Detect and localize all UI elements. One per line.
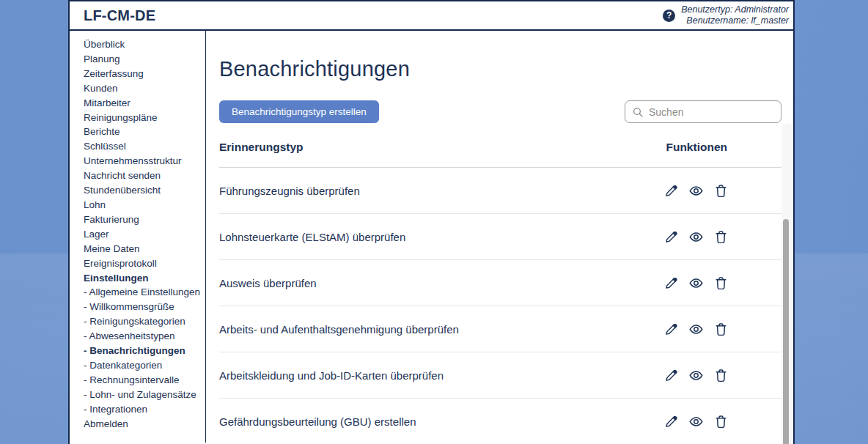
delete-button[interactable] (713, 183, 729, 199)
sidebar-item-überblick[interactable]: Überblick (84, 37, 205, 52)
sidebar-item-kunden[interactable]: Kunden (84, 81, 205, 96)
column-header-type: Erinnerungstyp (219, 141, 304, 154)
edit-button[interactable] (663, 322, 679, 337)
pencil-icon (663, 414, 679, 429)
user-type-label: Benutzertyp: Administrator (681, 4, 789, 16)
help-icon[interactable]: ? (663, 10, 675, 22)
sidebar-item-abwesenheitstypen[interactable]: - Abwesenheitstypen (84, 329, 205, 344)
sidebar-item-rechnungsintervalle[interactable]: - Rechnungsintervalle (84, 373, 205, 388)
trash-icon (713, 275, 729, 291)
sidebar-item-willkommensgrüße[interactable]: - Willkommensgrüße (84, 300, 205, 314)
trash-icon (713, 183, 729, 199)
view-button[interactable] (688, 229, 704, 245)
sidebar-item-ereignisprotokoll[interactable]: Ereignisprotokoll (84, 256, 205, 271)
sidebar-item-stundenübersicht[interactable]: Stundenübersicht (84, 183, 205, 198)
row-actions (663, 368, 781, 383)
eye-icon (688, 183, 704, 199)
delete-button[interactable] (713, 368, 729, 383)
table-header: Erinnerungstyp Funktionen (219, 123, 781, 168)
sidebar-item-datenkategorien[interactable]: - Datenkategorien (84, 358, 205, 373)
main-content: Benachrichtigungen Benachrichtigungstyp … (206, 31, 793, 443)
view-button[interactable] (688, 275, 704, 291)
table-row[interactable]: Führungszeugnis überprüfen (219, 168, 781, 214)
edit-button[interactable] (663, 414, 679, 429)
trash-icon (713, 368, 729, 383)
table-row[interactable]: Ausweis überprüfen (219, 260, 781, 306)
reminder-type-label: Arbeits- und Aufenthaltsgenehmigung über… (219, 323, 459, 336)
sidebar-item-planung[interactable]: Planung (84, 52, 205, 67)
sidebar-item-mitarbeiter[interactable]: Mitarbeiter (84, 96, 205, 111)
reminder-type-label: Führungszeugnis überprüfen (219, 185, 360, 197)
table-row[interactable]: Gefährdungsbeurteilung (GBU) erstellen (219, 399, 781, 444)
toolbar: Benachrichtigungstyp erstellen (219, 100, 781, 123)
delete-button[interactable] (713, 229, 729, 245)
sidebar-item-reinigungskategorien[interactable]: - Reinigungskategorien (84, 314, 205, 329)
delete-button[interactable] (713, 275, 729, 291)
delete-button[interactable] (713, 322, 729, 337)
row-actions (663, 322, 781, 337)
sidebar-item-allgemeine-einstellungen[interactable]: - Allgemeine Einstellungen (84, 285, 205, 300)
table-row[interactable]: Lohnsteuerkarte (ELStAM) überprüfen (219, 214, 781, 260)
trash-icon (713, 229, 729, 245)
trash-icon (713, 322, 729, 337)
sidebar-item-fakturierung[interactable]: Fakturierung (84, 212, 205, 227)
sidebar-item-lohn-und-zulagensätze[interactable]: - Lohn- und Zulagensätze (84, 388, 205, 402)
reminder-type-label: Ausweis überprüfen (219, 277, 317, 289)
sidebar-item-zeiterfassung[interactable]: Zeiterfassung (84, 67, 205, 81)
sidebar-item-lager[interactable]: Lager (84, 227, 205, 242)
row-actions (663, 414, 781, 429)
pencil-icon (663, 322, 679, 337)
eye-icon (688, 414, 704, 429)
sidebar: ÜberblickPlanungZeiterfassungKundenMitar… (70, 31, 206, 443)
view-button[interactable] (688, 414, 704, 429)
view-button[interactable] (688, 322, 704, 337)
edit-button[interactable] (663, 229, 679, 245)
edit-button[interactable] (663, 275, 679, 291)
table-body: Führungszeugnis überprüfen (219, 168, 781, 444)
pencil-icon (663, 275, 679, 291)
eye-icon (688, 322, 704, 337)
header-user-area: ? Benutzertyp: Administrator Benutzernam… (663, 4, 789, 27)
column-header-functions: Funktionen (666, 141, 781, 154)
reminder-type-label: Gefährdungsbeurteilung (GBU) erstellen (219, 415, 416, 428)
user-name-label: Benutzername: lf_master (681, 15, 789, 27)
create-notification-type-button[interactable]: Benachrichtigungstyp erstellen (219, 100, 379, 123)
view-button[interactable] (688, 368, 704, 383)
row-actions (663, 275, 781, 291)
sidebar-item-reinigungspläne[interactable]: Reinigungspläne (84, 111, 205, 125)
reminder-type-label: Arbeitskleidung und Job-ID-Karten überpr… (219, 369, 444, 382)
search-input[interactable] (649, 106, 774, 118)
sidebar-item-lohn[interactable]: Lohn (84, 198, 205, 212)
sidebar-item-schlüssel[interactable]: Schlüssel (84, 139, 205, 154)
sidebar-item-meine-daten[interactable]: Meine Daten (84, 242, 205, 256)
sidebar-item-unternehmensstruktur[interactable]: Unternehmensstruktur (84, 154, 205, 169)
eye-icon (688, 368, 704, 383)
scrollbar-track[interactable] (781, 123, 793, 444)
edit-button[interactable] (663, 183, 679, 199)
row-actions (663, 229, 781, 245)
user-info: Benutzertyp: Administrator Benutzername:… (681, 4, 789, 27)
trash-icon (713, 414, 729, 429)
row-actions (663, 183, 781, 199)
search-box[interactable] (625, 100, 781, 123)
page-title: Benachrichtigungen (219, 57, 781, 81)
sidebar-item-nachricht-senden[interactable]: Nachricht senden (84, 169, 205, 183)
view-button[interactable] (688, 183, 704, 199)
app-window: LF-CM-DE ? Benutzertyp: Administrator Be… (68, 0, 795, 444)
app-header: LF-CM-DE ? Benutzertyp: Administrator Be… (70, 1, 793, 31)
sidebar-item-berichte[interactable]: Berichte (84, 125, 205, 139)
sidebar-item-integrationen[interactable]: - Integrationen (84, 402, 205, 417)
pencil-icon (663, 368, 679, 383)
sidebar-item-benachrichtigungen[interactable]: - Benachrichtigungen (84, 344, 205, 358)
table-row[interactable]: Arbeits- und Aufenthaltsgenehmigung über… (219, 306, 781, 352)
delete-button[interactable] (713, 414, 729, 429)
sidebar-item-abmelden[interactable]: Abmelden (84, 417, 205, 432)
app-body: ÜberblickPlanungZeiterfassungKundenMitar… (70, 31, 793, 443)
pencil-icon (663, 229, 679, 245)
app-title: LF-CM-DE (84, 7, 155, 24)
sidebar-item-einstellungen[interactable]: Einstellungen (84, 271, 205, 286)
edit-button[interactable] (663, 368, 679, 383)
scrollbar-thumb[interactable] (783, 219, 789, 444)
eye-icon (688, 275, 704, 291)
table-row[interactable]: Arbeitskleidung und Job-ID-Karten überpr… (219, 352, 781, 399)
